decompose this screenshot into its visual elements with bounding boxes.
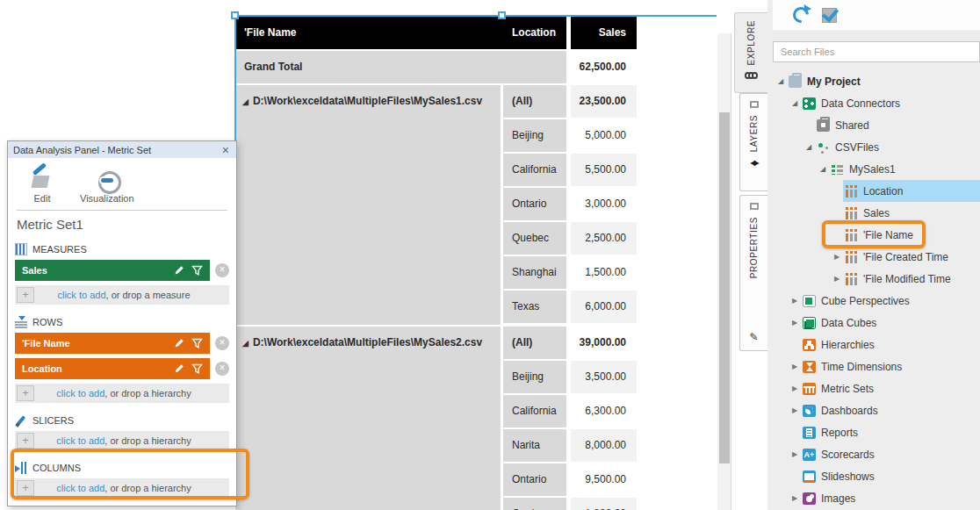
- tree-item-scorecards[interactable]: ▶ Scorecards: [767, 443, 980, 465]
- remove-icon[interactable]: ×: [215, 362, 229, 376]
- selected-tree-row[interactable]: Location: [843, 180, 980, 202]
- visualization-button[interactable]: Visualization: [80, 169, 134, 208]
- table-cell-sales[interactable]: 5,000.00: [571, 119, 637, 152]
- tree-item-mysales1[interactable]: ◢ MySales1: [767, 158, 980, 180]
- tree-item-cube-perspectives[interactable]: ▶ Cube Perspectives: [767, 290, 980, 312]
- add-row-hierarchy[interactable]: + click to add, or drop a hierarchy: [15, 384, 229, 403]
- edit-pencil-icon[interactable]: [174, 265, 184, 276]
- tree-item-time-dimensions[interactable]: ▶ Time Dimensions: [767, 356, 980, 377]
- edit-pencil-icon[interactable]: [174, 363, 184, 374]
- tree-item-reports[interactable]: Reports: [767, 421, 980, 443]
- table-cell-location[interactable]: California: [503, 395, 566, 427]
- remove-icon[interactable]: ×: [215, 336, 229, 350]
- table-cell-sales[interactable]: 39,000.00: [571, 327, 637, 359]
- collapsed-arrow-icon[interactable]: ▶: [831, 253, 843, 261]
- filter-funnel-icon[interactable]: [191, 363, 203, 375]
- tree-item-location[interactable]: Location: [767, 180, 980, 202]
- hierarchy-chip-location[interactable]: Location: [15, 358, 210, 379]
- scrollbar-thumb[interactable]: [719, 112, 730, 463]
- collapsed-arrow-icon[interactable]: ▶: [789, 494, 801, 502]
- collapsed-arrow-icon[interactable]: ▶: [789, 363, 801, 370]
- expand-arrow-icon[interactable]: ◢: [775, 77, 787, 85]
- table-cell-location[interactable]: Beijing: [503, 119, 566, 152]
- table-cell-location[interactable]: Beijing: [503, 361, 566, 393]
- add-slicer-row[interactable]: + click to add, or drop a hierarchy: [15, 431, 229, 450]
- expand-arrow-icon[interactable]: ◢: [803, 143, 815, 151]
- table-cell-sales[interactable]: 3,500.00: [571, 361, 637, 393]
- expand-arrow-icon[interactable]: ◢: [817, 165, 829, 173]
- edit-button[interactable]: Edit: [31, 169, 54, 208]
- hierarchy-chip-file-name[interactable]: 'File Name: [15, 333, 210, 354]
- remove-icon[interactable]: ×: [215, 263, 229, 277]
- table-cell-location[interactable]: (All): [503, 327, 566, 359]
- tree-item-file-modified-time[interactable]: ▶ 'File Modified Time: [767, 268, 980, 290]
- filter-funnel-icon[interactable]: [191, 338, 203, 349]
- click-to-add-link[interactable]: click to add: [56, 388, 104, 399]
- table-cell-location[interactable]: California: [503, 154, 566, 186]
- checkout-icon[interactable]: [822, 8, 837, 23]
- table-cell-sales[interactable]: 23,500.00: [571, 85, 637, 118]
- collapsed-arrow-icon[interactable]: ▶: [789, 450, 801, 458]
- tree-item-csvfiles[interactable]: ◢ CSVFiles: [767, 136, 980, 158]
- vertical-scrollbar[interactable]: [717, 33, 731, 510]
- table-cell-sales[interactable]: 2,500.00: [571, 222, 637, 255]
- collapse-arrow-icon[interactable]: ◢: [242, 97, 249, 106]
- table-cell-sales[interactable]: 6,000.00: [571, 291, 637, 323]
- tab-properties[interactable]: PROPERTIES ✎: [739, 195, 767, 351]
- tab-explore[interactable]: EXPLORE: [734, 12, 767, 93]
- search-input[interactable]: [773, 41, 980, 62]
- table-cell-location[interactable]: Texas: [503, 291, 566, 323]
- grand-total-sales-cell[interactable]: 62,500.00: [571, 51, 637, 83]
- table-cell-sales[interactable]: 1,500.00: [571, 256, 637, 289]
- table-cell-location[interactable]: Ontario: [503, 188, 566, 220]
- file-path-text: D:\Work\exceldata\MultipleFiles\MySales2…: [253, 336, 482, 348]
- collapsed-arrow-icon[interactable]: ▶: [831, 275, 843, 283]
- add-measure-row[interactable]: + click to add, or drop a measure: [15, 285, 229, 305]
- grand-total-label-cell[interactable]: Grand Total: [235, 51, 566, 83]
- collapsed-arrow-icon[interactable]: ▶: [789, 297, 801, 305]
- refresh-icon[interactable]: [792, 6, 810, 24]
- selection-handle[interactable]: [231, 11, 239, 19]
- table-cell-sales[interactable]: 6,300.00: [571, 395, 637, 427]
- measure-chip-sales[interactable]: Sales: [15, 260, 210, 281]
- collapsed-arrow-icon[interactable]: ▶: [789, 384, 801, 392]
- tree-item-data-cubes[interactable]: ▶ Data Cubes: [767, 312, 980, 334]
- selection-handle[interactable]: [498, 11, 506, 19]
- table-cell-location[interactable]: Narita: [503, 429, 566, 462]
- tree-item-my-project[interactable]: ◢ My Project: [767, 70, 980, 92]
- tree-item-dashboards[interactable]: ▶ Dashboards: [767, 399, 980, 421]
- tab-layers[interactable]: LAYERS ◀▶: [739, 93, 767, 191]
- table-cell-sales[interactable]: 5,500.00: [571, 154, 637, 186]
- tree-item-images[interactable]: ▶ Images: [767, 487, 980, 509]
- table-cell-file-name[interactable]: ◢D:\Work\exceldata\MultipleFiles\MySales…: [235, 327, 501, 510]
- click-to-add-link[interactable]: click to add: [56, 435, 104, 446]
- tree-item-metric-sets[interactable]: ▶ Metric Sets: [767, 377, 980, 399]
- table-cell-sales[interactable]: 1,800.00: [571, 498, 637, 510]
- tree-item-data-connectors[interactable]: ◢ Data Connectors: [767, 92, 980, 114]
- table-cell-sales[interactable]: 9,500.00: [571, 463, 637, 496]
- tree-item-slideshows[interactable]: Slideshows: [767, 465, 980, 487]
- tree-item-shared[interactable]: Shared: [767, 114, 980, 136]
- tree-item-hierarchies[interactable]: Hierarchies: [767, 334, 980, 356]
- collapsed-arrow-icon[interactable]: ▶: [789, 319, 801, 327]
- table-cell-sales[interactable]: 3,000.00: [571, 188, 637, 220]
- filter-funnel-icon[interactable]: [191, 265, 203, 277]
- table-cell-location[interactable]: (All): [503, 85, 566, 118]
- edit-pencil-icon[interactable]: [174, 338, 184, 348]
- table-cell-location[interactable]: Quebec: [503, 222, 566, 255]
- panel-title-bar[interactable]: Data Analysis Panel - Metric Set ×: [8, 141, 236, 158]
- table-cell-location[interactable]: Quebec: [503, 498, 566, 510]
- tree-item-file-created-time[interactable]: ▶ 'File Created Time: [767, 246, 980, 268]
- table-header-cell[interactable]: 'File Name Location: [235, 17, 566, 49]
- data-table[interactable]: 'File Name Location Sales Grand Total 62…: [235, 17, 638, 510]
- expand-arrow-icon[interactable]: ◢: [789, 99, 801, 107]
- table-cell-location[interactable]: Shanghai: [503, 256, 566, 289]
- table-cell-sales[interactable]: 8,000.00: [571, 429, 637, 462]
- table-cell-file-name[interactable]: ◢D:\Work\exceldata\MultipleFiles\MySales…: [235, 85, 501, 325]
- table-cell-location[interactable]: Ontario: [503, 463, 566, 496]
- header-sales[interactable]: Sales: [571, 17, 637, 49]
- collapsed-arrow-icon[interactable]: ▶: [789, 406, 801, 414]
- close-icon[interactable]: ×: [220, 144, 231, 156]
- collapse-arrow-icon[interactable]: ◢: [242, 339, 249, 348]
- click-to-add-link[interactable]: click to add: [57, 290, 105, 300]
